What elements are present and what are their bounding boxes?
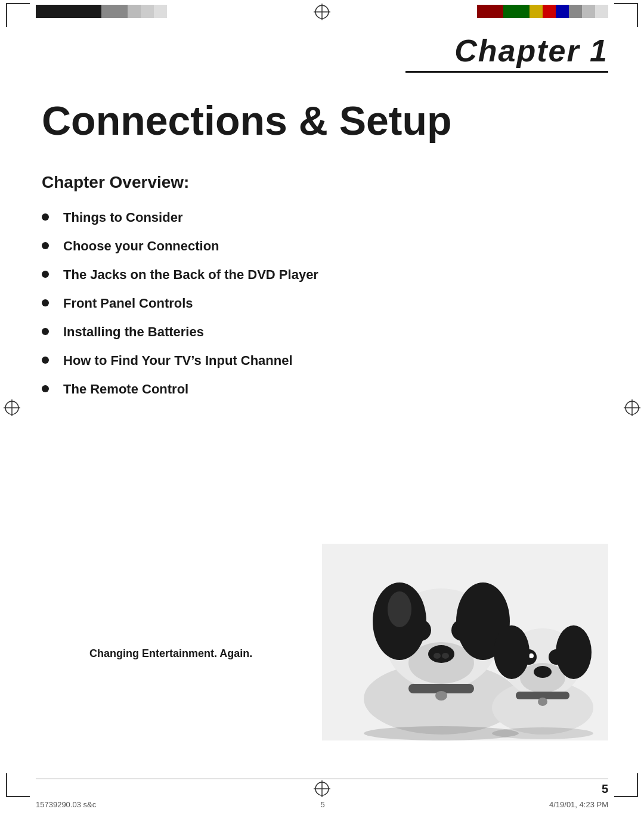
page-title: Connections & Setup (42, 98, 602, 143)
list-item: The Remote Control (42, 382, 602, 397)
list-item-text: The Jacks on the Back of the DVD Player (63, 267, 318, 283)
list-item: The Jacks on the Back of the DVD Player (42, 267, 602, 283)
bullet-dot (42, 357, 49, 364)
list-item: Front Panel Controls (42, 296, 602, 311)
bullet-dot (42, 385, 49, 392)
registration-mark-top (314, 4, 330, 20)
footer-center: 5 (320, 800, 324, 809)
bullet-dot (42, 328, 49, 335)
bullet-list: Things to Consider Choose your Connectio… (42, 210, 602, 397)
list-item-text: How to Find Your TV’s Input Channel (63, 353, 293, 368)
corner-bracket-tr (614, 3, 638, 27)
color-strip-left (36, 5, 167, 18)
main-content: Connections & Setup Chapter Overview: Th… (42, 98, 602, 410)
footer-right: 4/19/01, 4:23 PM (549, 800, 608, 809)
registration-mark-left (4, 399, 20, 416)
svg-point-31 (534, 666, 552, 678)
list-item: Choose your Connection (42, 238, 602, 254)
list-item: How to Find Your TV’s Input Channel (42, 353, 602, 368)
list-item: Installing the Batteries (42, 324, 602, 340)
chapter-header: Chapter 1 (405, 33, 608, 73)
list-item-text: Front Panel Controls (63, 296, 193, 311)
footer: 15739290.03 s&c 5 4/19/01, 4:23 PM (0, 800, 644, 809)
svg-point-27 (435, 691, 447, 701)
chapter-underline (405, 71, 608, 73)
list-item-text: The Remote Control (63, 382, 188, 397)
dog-image (322, 544, 608, 740)
svg-point-39 (538, 698, 547, 706)
svg-point-37 (556, 625, 592, 679)
svg-point-41 (492, 727, 593, 739)
chapter-label: Chapter 1 (405, 33, 608, 69)
svg-point-25 (388, 591, 411, 627)
svg-point-34 (529, 653, 534, 658)
svg-point-16 (428, 645, 454, 663)
page-number: 5 (602, 782, 608, 796)
list-item-text: Choose your Connection (63, 238, 219, 254)
list-item-text: Things to Consider (63, 210, 182, 225)
svg-point-36 (494, 625, 530, 679)
footer-left: 15739290.03 s&c (36, 800, 96, 809)
list-item: Things to Consider (42, 210, 602, 225)
chapter-overview-heading: Chapter Overview: (42, 173, 602, 192)
svg-point-18 (442, 653, 449, 659)
list-item-text: Installing the Batteries (63, 324, 204, 340)
tagline: Changing Entertainment. Again. (89, 647, 252, 660)
bottom-section: Changing Entertainment. Again. (0, 553, 644, 779)
bullet-dot (42, 271, 49, 278)
corner-bracket-tl (6, 3, 30, 27)
registration-mark-right (624, 399, 640, 416)
color-strip-right (477, 5, 608, 18)
bullet-dot (42, 213, 49, 221)
bullet-dot (42, 299, 49, 306)
registration-mark-bottom (314, 780, 330, 797)
svg-point-17 (434, 653, 441, 659)
bullet-dot (42, 242, 49, 249)
bottom-separator-line (36, 779, 608, 779)
